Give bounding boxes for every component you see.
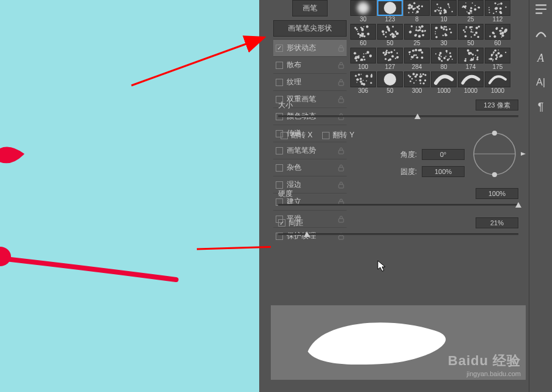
lock-icon[interactable] [338, 164, 344, 172]
option-checkbox[interactable] [276, 45, 283, 52]
brush-tab[interactable]: 画笔 [292, 0, 328, 16]
lock-icon[interactable] [338, 79, 344, 86]
brush-preset[interactable]: 30 [431, 24, 457, 46]
option-checkbox[interactable] [276, 62, 283, 69]
option-row-0[interactable]: 形状动态 [273, 39, 347, 56]
svg-point-152 [435, 27, 438, 29]
svg-point-186 [501, 27, 503, 29]
brush-preset[interactable]: 8 [404, 0, 430, 23]
angle-input[interactable] [422, 149, 465, 160]
lock-icon[interactable] [338, 96, 344, 103]
brush-preset[interactable]: 25 [458, 0, 484, 23]
svg-point-305 [366, 80, 367, 81]
brush-preset[interactable]: 50 [377, 24, 403, 46]
svg-point-77 [489, 12, 490, 13]
svg-point-262 [441, 60, 442, 61]
lock-icon[interactable] [338, 62, 344, 69]
svg-point-278 [464, 60, 466, 62]
svg-point-58 [472, 2, 473, 4]
lock-icon[interactable] [338, 181, 344, 189]
angle-control[interactable] [471, 130, 518, 178]
svg-point-117 [389, 34, 391, 36]
svg-point-316 [370, 82, 372, 84]
lock-icon[interactable] [338, 147, 344, 154]
brush-preset[interactable]: 127 [377, 48, 403, 70]
option-checkbox[interactable] [276, 79, 283, 86]
svg-point-43 [438, 7, 440, 9]
tip-shape-button[interactable]: 画笔笔尖形状 [273, 20, 347, 37]
svg-point-204 [355, 56, 357, 58]
brush-preset[interactable]: 80 [431, 48, 457, 70]
svg-point-147 [435, 31, 436, 32]
brush-preset[interactable]: 1000 [485, 71, 510, 94]
brush-preset[interactable]: 175 [485, 48, 510, 70]
lock-icon[interactable] [338, 45, 344, 52]
svg-point-218 [383, 52, 385, 54]
size-slider[interactable] [278, 113, 518, 124]
toggle-icon[interactable] [534, 2, 548, 16]
svg-point-64 [468, 12, 471, 15]
svg-point-299 [492, 60, 493, 62]
option-row-2[interactable]: 纹理 [273, 73, 347, 90]
brush-preset[interactable]: 284 [404, 48, 430, 70]
roundness-label: 圆度: [400, 167, 417, 177]
svg-point-34 [434, 10, 436, 12]
svg-point-23 [412, 8, 414, 10]
hardness-input[interactable] [476, 188, 518, 199]
svg-point-145 [446, 34, 447, 35]
hardness-slider[interactable] [278, 201, 518, 212]
svg-point-86 [505, 7, 506, 8]
option-row-1[interactable]: 散布 [273, 56, 347, 73]
brush-preset[interactable]: 60 [350, 24, 376, 46]
svg-point-26 [408, 5, 409, 6]
brush-preset[interactable]: 100 [350, 48, 376, 70]
roundness-input[interactable] [422, 166, 465, 177]
svg-point-15 [421, 5, 423, 7]
brush-size-label: 306 [350, 87, 376, 94]
brush-panel: 画笔 画笔笔尖形状 形状动态 散布 纹理 双重画笔 [271, 0, 526, 380]
brush-preset[interactable]: 1000 [458, 71, 484, 94]
paragraph-icon[interactable]: ¶ [534, 100, 548, 114]
lock-icon[interactable] [338, 216, 344, 223]
brush-preset[interactable]: 1000 [431, 71, 457, 94]
svg-point-82 [500, 2, 502, 5]
svg-point-118 [394, 35, 396, 37]
canvas-area[interactable] [0, 0, 259, 392]
brush-preset[interactable]: 123 [377, 0, 403, 23]
svg-point-119 [388, 28, 390, 31]
svg-point-203 [357, 56, 359, 59]
svg-point-99 [359, 37, 361, 38]
brush-preset[interactable]: 112 [485, 0, 510, 23]
brush-preset[interactable]: 50 [458, 24, 484, 46]
brush-preset[interactable]: 174 [458, 48, 484, 70]
spacing-input[interactable] [476, 217, 518, 228]
brush-preset[interactable]: 306 [350, 71, 376, 94]
svg-point-139 [416, 26, 417, 27]
svg-point-63 [469, 10, 471, 11]
brush-preset[interactable]: 30 [350, 0, 376, 23]
brush-preset[interactable]: 10 [431, 0, 457, 23]
brush-preset[interactable]: 25 [404, 24, 430, 46]
flip-y-checkbox[interactable] [322, 132, 329, 139]
svg-point-174 [475, 32, 477, 34]
svg-point-153 [435, 36, 438, 38]
warp-icon[interactable] [534, 27, 548, 40]
svg-point-129 [415, 29, 417, 31]
size-input[interactable] [476, 100, 518, 111]
svg-point-134 [417, 29, 419, 31]
brush-preset[interactable]: 300 [404, 71, 430, 94]
svg-point-315 [359, 78, 362, 80]
brush-preset[interactable]: 50 [377, 71, 403, 94]
svg-point-333 [416, 80, 417, 81]
svg-point-295 [493, 51, 495, 53]
svg-point-155 [443, 28, 445, 31]
type-icon[interactable]: A [534, 51, 548, 65]
lock-icon[interactable] [338, 130, 344, 137]
spacing-slider[interactable] [278, 231, 518, 242]
svg-point-69 [499, 4, 500, 5]
flip-x-checkbox[interactable] [281, 132, 288, 139]
align-icon[interactable]: A| [534, 76, 548, 89]
svg-point-302 [499, 56, 501, 58]
spacing-checkbox[interactable] [278, 219, 285, 227]
brush-preset[interactable]: 60 [485, 24, 510, 46]
